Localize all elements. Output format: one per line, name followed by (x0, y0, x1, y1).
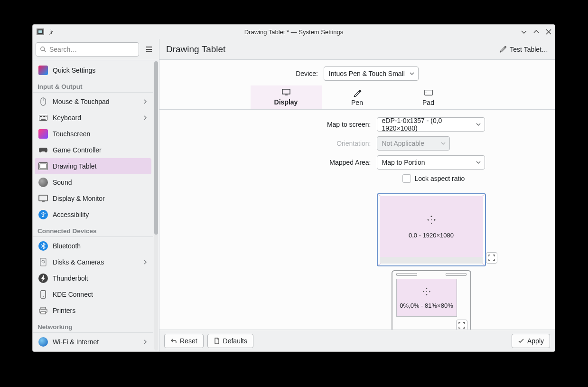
sidebar-item-label: Sound (53, 179, 72, 186)
move-icon (426, 215, 437, 225)
sidebar-item-sound[interactable]: Sound (35, 174, 151, 190)
svg-rect-17 (40, 258, 46, 266)
sidebar-item-kde-connect[interactable]: KDE Connect (35, 286, 151, 302)
sidebar-item-accessibility[interactable]: Accessibility (35, 207, 151, 223)
pad-tab-icon (424, 88, 433, 97)
sidebar-item-drawing-tablet[interactable]: Drawing Tablet (35, 158, 151, 174)
sidebar-item-bluetooth[interactable]: Bluetooth (35, 238, 151, 254)
sidebar-item-label: Disks & Cameras (53, 258, 104, 266)
svg-point-18 (42, 260, 45, 263)
close-button[interactable] (545, 28, 552, 35)
screen-mapping-area[interactable]: 0,0 - 1920×1080 (377, 193, 486, 266)
chevron-right-icon (143, 260, 148, 264)
check-icon (518, 338, 524, 344)
orientation-label: Orientation: (336, 140, 371, 147)
disks-icon (38, 257, 48, 267)
sidebar-item-label: Touchscreen (53, 130, 90, 138)
pin-icon[interactable] (48, 28, 56, 36)
keyboard-icon (38, 113, 48, 123)
svg-rect-21 (41, 307, 46, 309)
sidebar-item-keyboard[interactable]: Keyboard (35, 110, 151, 126)
lock-aspect-checkbox[interactable] (402, 174, 411, 183)
sidebar-item-label: Wi-Fi & Internet (53, 338, 99, 346)
tab-pen[interactable]: Pen (322, 85, 393, 109)
fit-icon (458, 322, 465, 329)
bluetooth-icon (38, 241, 48, 251)
maximize-button[interactable] (533, 28, 540, 35)
page-title: Drawing Tablet (166, 44, 225, 55)
titlebar: Drawing Tablet * — System Settings (33, 25, 555, 39)
move-icon (422, 287, 431, 296)
sidebar-item-display-monitor[interactable]: Display & Monitor (35, 190, 151, 207)
map-to-screen-label: Map to screen: (327, 121, 371, 128)
touchscreen-icon (38, 129, 48, 139)
search-input[interactable] (36, 42, 139, 57)
svg-rect-8 (44, 116, 45, 117)
orientation-select: Not Applicable (377, 136, 450, 151)
svg-point-16 (43, 212, 44, 214)
device-label: Device: (296, 70, 318, 77)
chevron-down-icon (476, 160, 481, 165)
svg-point-20 (43, 296, 44, 297)
sidebar-item-quick-settings[interactable]: Quick Settings (35, 62, 151, 78)
mapped-area-select[interactable]: Map to Portion (377, 155, 485, 170)
pen-tab-icon (353, 88, 362, 97)
device-select[interactable]: Intuos Pen & Touch Small (324, 66, 419, 81)
window-title: Drawing Tablet * — System Settings (33, 28, 555, 36)
svg-point-27 (425, 92, 426, 93)
sidebar-item-label: Accessibility (53, 211, 89, 218)
tablet-mapping-fit-button[interactable] (456, 320, 467, 330)
svg-point-30 (431, 219, 432, 220)
svg-rect-7 (43, 116, 44, 117)
sidebar-item-label: Display & Monitor (53, 195, 105, 202)
apply-button[interactable]: Apply (512, 334, 550, 348)
hamburger-menu[interactable] (142, 42, 156, 57)
display-tab-icon (282, 88, 290, 96)
sidebar-item-printers[interactable]: Printers (35, 302, 151, 319)
reset-button[interactable]: Reset (164, 334, 204, 348)
sidebar-item-label: Printers (53, 307, 75, 314)
footer: Reset Defaults Apply (159, 330, 555, 351)
drawing-tablet-icon (38, 161, 48, 171)
fit-icon (488, 255, 495, 261)
screen-mapping-fit-button[interactable] (486, 252, 497, 264)
quick-settings-icon (38, 66, 48, 75)
chevron-down-icon (410, 71, 414, 76)
mapped-area-label: Mapped Area: (329, 159, 371, 166)
sidebar-item-label: KDE Connect (53, 291, 93, 298)
sidebar-item-label: Quick Settings (53, 66, 95, 74)
lock-aspect-label: Lock aspect ratio (415, 175, 465, 182)
sidebar-item-touchscreen[interactable]: Touchscreen (35, 126, 151, 142)
sidebar-item-wifi-internet[interactable]: Wi-Fi & Internet (35, 334, 151, 350)
tab-display[interactable]: Display (251, 85, 322, 109)
tablet-mapping-area[interactable]: 0%,0% - 81%×80% (392, 270, 471, 330)
sidebar-item-game-controller[interactable]: Game Controller (35, 142, 151, 158)
minimize-button[interactable] (521, 28, 527, 35)
tab-pad[interactable]: Pad (393, 85, 464, 109)
tablet-mapping-text: 0%,0% - 81%×80% (400, 302, 453, 309)
section-header-networking: Networking (33, 319, 153, 333)
thunderbolt-icon (38, 274, 48, 283)
sidebar-item-mouse-touchpad[interactable]: Mouse & Touchpad (35, 94, 151, 110)
test-tablet-button[interactable]: Test Tablet… (499, 46, 548, 53)
display-icon (38, 194, 48, 203)
sidebar-item-disks-cameras[interactable]: Disks & Cameras (35, 254, 151, 270)
section-header-connected: Connected Devices (33, 223, 153, 237)
sidebar-item-thunderbolt[interactable]: Thunderbolt (35, 270, 151, 286)
sidebar-item-label: Mouse & Touchpad (53, 98, 110, 105)
svg-rect-5 (40, 116, 41, 117)
sidebar: Quick Settings Input & Output Mouse & To… (33, 39, 159, 351)
game-controller-icon (38, 145, 48, 155)
sidebar-item-label: Drawing Tablet (53, 162, 96, 170)
chevron-down-icon (476, 122, 481, 127)
map-to-screen-select[interactable]: eDP-1-0x1357 - (0,0 1920×1080) (377, 117, 485, 132)
document-icon (214, 338, 220, 344)
main-panel: Drawing Tablet Test Tablet… Device: Intu… (159, 39, 555, 351)
sidebar-scrollbar[interactable] (154, 61, 158, 350)
svg-point-31 (426, 291, 427, 292)
svg-line-1 (44, 50, 46, 52)
chevron-right-icon (143, 99, 148, 104)
chevron-right-icon (143, 115, 148, 120)
svg-point-0 (41, 47, 45, 51)
defaults-button[interactable]: Defaults (207, 334, 253, 348)
